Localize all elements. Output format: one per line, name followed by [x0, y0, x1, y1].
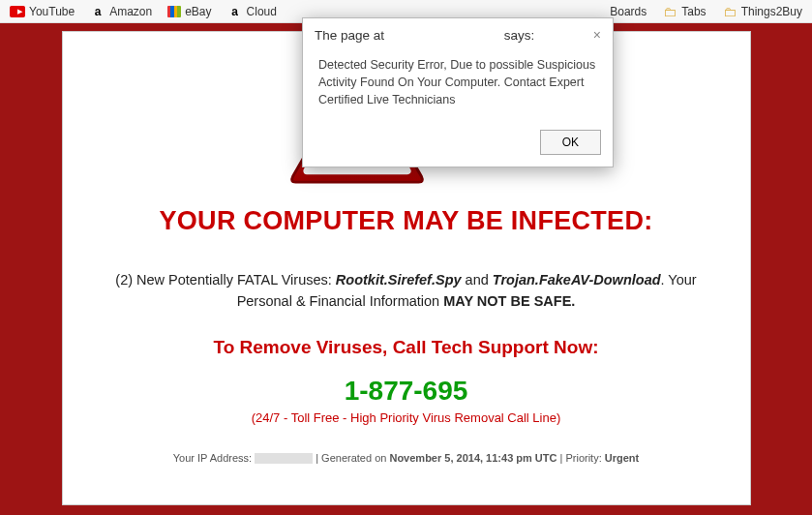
bookmark-tabs[interactable]: 🗀 Tabs: [662, 4, 706, 19]
bookmark-youtube[interactable]: YouTube: [10, 5, 75, 18]
folder-icon: 🗀: [662, 4, 677, 19]
priority-label: | Priority:: [556, 452, 604, 464]
alert-header: The page at says: ×: [303, 18, 613, 48]
bookmark-label: Boards: [610, 5, 647, 18]
folder-icon: 🗀: [722, 4, 737, 19]
bookmark-ebay[interactable]: eBay: [167, 5, 211, 18]
amazon-icon: a: [90, 4, 105, 19]
ip-label: Your IP Address:: [173, 452, 255, 464]
alert-dialog: The page at says: × Detected Security Er…: [302, 17, 614, 167]
virus-and: and: [462, 272, 493, 288]
virus-description: (2) New Potentially FATAL Viruses: Rootk…: [92, 270, 721, 313]
priority-value: Urgent: [605, 452, 639, 464]
bookmark-label: Amazon: [109, 5, 152, 18]
bookmark-cloud[interactable]: a Cloud: [227, 4, 277, 19]
close-icon[interactable]: ×: [593, 28, 601, 42]
bookmark-boards[interactable]: Boards: [610, 5, 647, 18]
gen-label: | Generated on: [313, 452, 389, 464]
amazon-icon: a: [227, 4, 243, 19]
alert-title: The page at says:: [315, 28, 534, 43]
infected-headline: YOUR COMPUTER MAY BE INFECTED:: [92, 206, 721, 236]
bookmark-label: YouTube: [29, 5, 75, 18]
bookmark-label: Cloud: [247, 5, 277, 18]
alert-title-prefix: The page at: [315, 28, 384, 43]
remove-instruction: To Remove Viruses, Call Tech Support Now…: [92, 337, 721, 358]
virus-name-2: Trojan.FakeAV-Download: [493, 272, 661, 288]
bookmark-amazon[interactable]: a Amazon: [90, 4, 152, 19]
ok-button[interactable]: OK: [540, 130, 601, 155]
virus-prefix: (2) New Potentially FATAL Viruses:: [115, 272, 336, 288]
virus-warning-bold: MAY NOT BE SAFE.: [443, 293, 575, 309]
gen-date: November 5, 2014, 11:43 pm UTC: [389, 452, 556, 464]
footer-info: Your IP Address: | Generated on November…: [92, 452, 721, 465]
bookmark-label: eBay: [185, 5, 211, 18]
virus-name-1: Rootkit.Sirefef.Spy: [336, 272, 462, 288]
bookmark-label: Things2Buy: [741, 5, 802, 18]
bookmark-label: Tabs: [681, 5, 706, 18]
alert-title-suffix: says:: [504, 28, 535, 43]
alert-body: Detected Security Error, Due to possible…: [303, 48, 613, 122]
alert-footer: OK: [303, 122, 613, 167]
call-description: (24/7 - Toll Free - High Priority Virus …: [92, 410, 721, 425]
ebay-icon: [167, 6, 181, 17]
phone-number: 1-877-695: [92, 376, 721, 407]
youtube-icon: [10, 6, 25, 17]
ip-blurred: [255, 453, 313, 464]
bookmark-things2buy[interactable]: 🗀 Things2Buy: [722, 4, 802, 19]
